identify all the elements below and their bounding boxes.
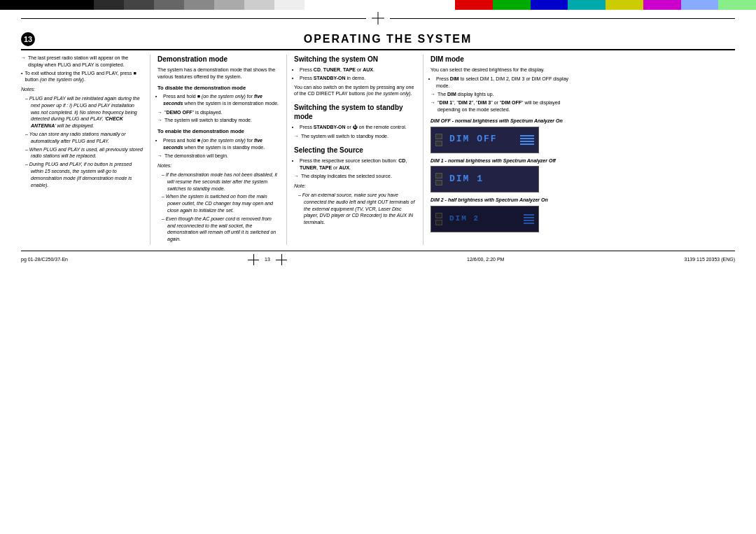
- footer-center: 13: [248, 254, 287, 265]
- color-bars-top: [0, 0, 756, 10]
- dim2-bar-4: [524, 223, 534, 224]
- notes-label: Notes:: [21, 86, 143, 93]
- dim-step-1: Press DIM to select DIM 1, DIM 2, DIM 3 …: [436, 76, 570, 90]
- dim2-bars: [524, 214, 534, 224]
- dim1-display: DIM 1: [430, 166, 539, 192]
- source-note-1: For an external source, make sure you ha…: [298, 192, 416, 226]
- dim1-button-1: [435, 173, 442, 178]
- title-row: 13 OPERATING THE SYSTEM: [21, 28, 735, 50]
- content-area: → The last preset radio station will app…: [21, 50, 735, 245]
- bullet-last-preset-text: The last preset radio station will appea…: [28, 55, 143, 69]
- switch-standby-title: Switching the system to standby mode: [294, 103, 416, 121]
- column-mid-left: Demonstration mode The system has a demo…: [150, 55, 287, 245]
- dim-off-display: DIM OFF: [430, 127, 539, 153]
- footer-right: 3139 115 20353 (ENG): [685, 257, 735, 262]
- enable-arrow-1-text: The demonstration will begin.: [164, 153, 228, 160]
- demo-mode-title: Demonstration mode: [158, 55, 279, 64]
- dim2-display: DIM 2: [430, 206, 539, 232]
- dim1-title: DIM 1 - normal brightness with Spectrum …: [430, 157, 570, 164]
- dim-bar-1: [520, 135, 534, 136]
- disable-arrow-1: → "DEMO OFF" is displayed.: [158, 109, 279, 116]
- note-item-4: During PLUG and PLAY, if no button is pr…: [25, 161, 143, 188]
- enable-arrow-1: → The demonstration will begin.: [158, 153, 279, 160]
- dim-off-left-buttons: [435, 134, 442, 146]
- dim-arrow-1-text: The DIM display lights up.: [438, 91, 494, 98]
- dim-bar-3: [520, 141, 534, 142]
- source-arrow-text: The display indicates the selected sourc…: [301, 173, 392, 180]
- button-icon-2: [435, 141, 442, 146]
- dim-off-text: DIM OFF: [449, 133, 516, 146]
- dim-arrow-2: → "DIM 1", "DIM 2", "DIM 3" or "DIM OFF"…: [430, 99, 570, 113]
- dim2-bar-3: [524, 220, 534, 221]
- dim1-button-2: [435, 180, 442, 185]
- dim-off-bars: [520, 135, 534, 145]
- dim1-text: DIM 1: [449, 173, 516, 185]
- select-source-step-1: Press the respective source selection bu…: [300, 157, 416, 171]
- demo-mode-intro: The system has a demonstration mode that…: [158, 66, 279, 80]
- column-mid-right: Switching the system ON Press CD, TUNER,…: [287, 55, 424, 245]
- source-arrow-1: → The display indicates the selected sou…: [294, 173, 416, 180]
- footer-date: 12/6/00, 2:20 PM: [467, 257, 504, 262]
- switch-on-note: You can also switch on the system by pre…: [294, 84, 416, 98]
- page-content: 13 OPERATING THE SYSTEM → The last prese…: [0, 10, 756, 265]
- dim1-left-buttons: [435, 173, 442, 185]
- enable-note-2: When the system is switched on from the …: [162, 193, 279, 213]
- arrow-icon: →: [21, 55, 26, 69]
- enable-demo-title: To enable the demonstration mode: [158, 128, 279, 136]
- dim-bar-2: [520, 138, 534, 139]
- page-footer: pg 01-28/C250/37-En 13 12/6/00, 2:20 PM …: [21, 251, 735, 265]
- enable-note-3: Even though the AC power cord is removed…: [162, 216, 279, 243]
- dim2-bar-1: [524, 214, 534, 216]
- switch-standby-list: Press STANDBY-ON or ⏻ on the remote cont…: [294, 124, 416, 131]
- standby-arrow-text: The system will switch to standby mode.: [301, 133, 388, 140]
- enable-notes-label: Notes:: [158, 162, 279, 169]
- source-note-label: Note:: [294, 183, 416, 190]
- select-source-title: Selecting the Source: [294, 146, 416, 155]
- disable-demo-list: Press and hold ■ (on the system only) fo…: [158, 93, 279, 107]
- standby-arrow-1: → The system will switch to standby mode…: [294, 133, 416, 140]
- dim2-button-2: [435, 220, 442, 225]
- switch-on-step-1: Press CD, TUNER, TAPE or AUX.: [300, 66, 416, 73]
- bullet-exit-text: To exit without storing the PLUG and PLA…: [24, 70, 143, 84]
- dim-off-title: DIM OFF - normal brightness with Spectru…: [430, 118, 570, 125]
- disable-step-1: Press and hold ■ (on the system only) fo…: [163, 93, 279, 107]
- enable-demo-list: Press and hold ■ (on the system only) fo…: [158, 137, 279, 151]
- dim-bar-4: [520, 143, 534, 145]
- decor-line-right: [390, 18, 735, 19]
- footer-page-number: 13: [265, 257, 270, 262]
- switch-on-step-2: Press STANDBY-ON in demo.: [300, 75, 416, 82]
- column-left: → The last preset radio station will app…: [21, 55, 150, 245]
- top-decoration: [21, 10, 735, 27]
- dim-arrow-2-text: "DIM 1", "DIM 2", "DIM 3" or "DIM OFF" w…: [438, 99, 570, 113]
- switch-on-list: Press CD, TUNER, TAPE or AUX. Press STAN…: [294, 66, 416, 82]
- disable-arrow-2-text: The system will switch to standby mode.: [164, 117, 252, 124]
- enable-notes-list: If the demonstration mode has not been d…: [158, 171, 279, 243]
- crosshair-top: [372, 12, 384, 24]
- footer-crosshair-2: [276, 254, 287, 265]
- disable-demo-title: To disable the demonstration mode: [158, 85, 279, 92]
- switch-on-title: Switching the system ON: [294, 55, 416, 64]
- dim-steps-list: Press DIM to select DIM 1, DIM 2, DIM 3 …: [430, 76, 570, 90]
- source-note-list: For an external source, make sure you ha…: [294, 192, 416, 226]
- disable-arrow-2: → The system will switch to standby mode…: [158, 117, 279, 124]
- page-title: OPERATING THE SYSTEM: [41, 33, 735, 45]
- note-item-2: You can store any radio stations manuall…: [25, 131, 143, 145]
- footer-left: pg 01-28/C250/37-En: [21, 257, 68, 262]
- dim2-text: DIM 2: [449, 213, 519, 224]
- note-item-1: PLUG and PLAY will be reinitiated again …: [25, 95, 143, 129]
- column-right: DIM mode You can select the desired brig…: [424, 55, 570, 245]
- bullet-icon: •: [21, 70, 22, 84]
- dim-arrow-1: → The DIM display lights up.: [430, 91, 570, 98]
- page-number-badge: 13: [21, 32, 35, 46]
- dim2-button-1: [435, 213, 442, 218]
- dim-mode-intro: You can select the desired brightness fo…: [430, 66, 570, 73]
- dim2-title: DIM 2 - half brightness with Spectrum An…: [430, 197, 570, 204]
- decor-line-left: [21, 18, 366, 19]
- bullet-last-preset: → The last preset radio station will app…: [21, 55, 143, 69]
- disable-arrow-1-text: "DEMO OFF" is displayed.: [164, 109, 222, 116]
- button-icon: [435, 134, 442, 139]
- notes-list: PLUG and PLAY will be reinitiated again …: [21, 95, 143, 188]
- select-source-list: Press the respective source selection bu…: [294, 157, 416, 171]
- switch-standby-step-1: Press STANDBY-ON or ⏻ on the remote cont…: [300, 124, 416, 131]
- enable-note-1: If the demonstration mode has not been d…: [162, 171, 279, 192]
